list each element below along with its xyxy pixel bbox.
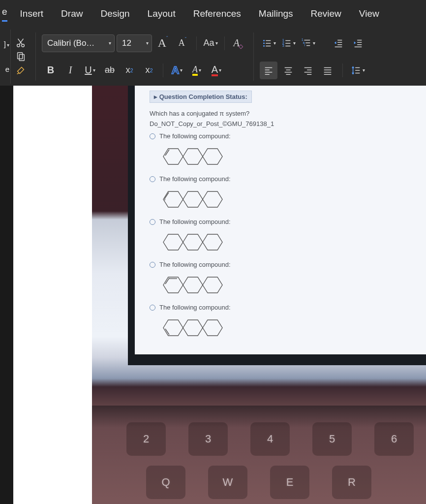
- svg-point-10: [263, 45, 265, 47]
- svg-marker-59: [183, 191, 203, 207]
- paste-group-partial: ]▾ e: [0, 30, 11, 84]
- text-effects-button[interactable]: A▾: [168, 62, 186, 79]
- radio-icon: [150, 262, 155, 268]
- key: 5: [312, 422, 352, 456]
- molecule-2: [150, 184, 417, 216]
- tab-view[interactable]: View: [350, 0, 388, 28]
- option-5: The following compound:: [150, 304, 417, 311]
- key: 3: [188, 422, 228, 456]
- key: W: [208, 466, 247, 499]
- format-painter-icon[interactable]: [14, 63, 28, 77]
- tab-layout[interactable]: Layout: [139, 0, 184, 28]
- numbering-button[interactable]: 123▾: [279, 34, 297, 52]
- svg-marker-54: [183, 149, 203, 164]
- key: E: [270, 466, 309, 499]
- molecule-1: [150, 141, 417, 173]
- bullets-button[interactable]: ▾: [260, 34, 277, 52]
- clear-formatting-button[interactable]: A ◇: [230, 34, 247, 52]
- highlight-color-button[interactable]: A▾: [188, 62, 206, 79]
- option-1: The following compound:: [150, 132, 417, 140]
- key: R: [332, 466, 371, 499]
- question-status-bar: ▸ Question Completion Status:: [150, 91, 252, 103]
- svg-point-1: [22, 44, 25, 47]
- font-size-dropdown[interactable]: 12▾: [117, 34, 152, 52]
- grow-font-button[interactable]: Aˆ: [154, 34, 172, 52]
- svg-marker-72: [203, 320, 222, 336]
- option-2: The following compound:: [150, 175, 417, 183]
- photo-laptop-keyboard: 2 3 4 5 6 Q W E R A S D: [92, 406, 426, 504]
- svg-marker-64: [163, 277, 183, 293]
- svg-marker-55: [203, 149, 222, 164]
- option-3: The following compound:: [150, 218, 417, 225]
- svg-marker-62: [183, 234, 203, 250]
- document-canvas[interactable]: ▸ Question Completion Status: Which has …: [0, 86, 426, 504]
- paste-fragment-top[interactable]: ]▾: [4, 40, 9, 48]
- line-spacing-button[interactable]: ▾: [349, 62, 366, 79]
- question-text: Which has a conjugated π system?: [150, 110, 417, 117]
- font-size-value: 12: [122, 38, 131, 48]
- svg-marker-63: [203, 234, 222, 250]
- svg-rect-5: [19, 54, 24, 61]
- svg-marker-60: [203, 191, 222, 207]
- shrink-font-button[interactable]: Aˇ: [174, 34, 191, 52]
- svg-marker-71: [183, 320, 203, 336]
- tab-references[interactable]: References: [184, 0, 250, 28]
- bold-button[interactable]: B: [42, 62, 60, 79]
- page-margin-whitespace: [13, 86, 92, 504]
- photo-laptop-screen: ▸ Question Completion Status: Which has …: [128, 86, 426, 365]
- svg-point-8: [263, 42, 265, 44]
- justify-button[interactable]: [319, 62, 336, 79]
- svg-marker-56: [163, 191, 183, 207]
- key: 6: [374, 422, 414, 456]
- svg-marker-68: [203, 277, 222, 293]
- ribbon-toolbar: ]▾ e Calibri (Bo…▾ 12▾ A: [0, 28, 426, 86]
- change-case-button[interactable]: Aa▾: [202, 34, 219, 52]
- tab-draw[interactable]: Draw: [52, 0, 91, 28]
- key: 4: [250, 422, 290, 456]
- radio-icon: [150, 219, 155, 225]
- svg-marker-67: [183, 277, 203, 293]
- decrease-indent-button[interactable]: [330, 34, 347, 52]
- tab-review[interactable]: Review: [302, 0, 350, 28]
- svg-marker-61: [163, 234, 183, 250]
- italic-button[interactable]: I: [61, 62, 79, 79]
- align-center-button[interactable]: [279, 62, 297, 79]
- superscript-button[interactable]: x2: [140, 62, 158, 79]
- menu-tabbar: e Insert Draw Design Layout References M…: [0, 0, 426, 28]
- cut-icon[interactable]: [14, 36, 28, 50]
- font-name-value: Calibri (Bo…: [47, 38, 94, 48]
- increase-indent-button[interactable]: [349, 34, 367, 52]
- align-right-button[interactable]: [299, 62, 317, 79]
- align-left-button[interactable]: [260, 62, 277, 79]
- radio-icon: [150, 176, 155, 182]
- strikethrough-button[interactable]: ab: [101, 62, 119, 79]
- option-4: The following compound:: [150, 261, 417, 268]
- molecule-5: [150, 312, 417, 345]
- svg-marker-69: [163, 320, 183, 336]
- key: 2: [126, 422, 166, 456]
- molecule-3: [150, 226, 417, 259]
- font-name-dropdown[interactable]: Calibri (Bo…▾: [42, 34, 115, 52]
- radio-icon: [150, 305, 155, 311]
- molecule-4: [150, 269, 417, 302]
- radio-icon: [150, 133, 155, 139]
- svg-rect-4: [18, 53, 23, 59]
- tab-insert[interactable]: Insert: [11, 0, 53, 28]
- svg-marker-52: [163, 149, 183, 164]
- copy-icon[interactable]: [14, 50, 28, 63]
- svg-text:i: i: [304, 43, 304, 47]
- svg-point-6: [263, 40, 265, 41]
- tab-design[interactable]: Design: [91, 0, 138, 28]
- tab-home-partial[interactable]: e: [2, 0, 11, 28]
- svg-point-0: [17, 44, 20, 47]
- question-meta: Do_NOT_Copy_or_Post_©GMU_769138_1: [150, 120, 417, 127]
- key: Q: [146, 466, 185, 499]
- underline-button[interactable]: U▾: [81, 62, 99, 79]
- tab-mailings[interactable]: Mailings: [250, 0, 302, 28]
- multilevel-list-button[interactable]: 1ai▾: [299, 34, 317, 52]
- eraser-icon: ◇: [239, 43, 243, 50]
- svg-text:3: 3: [282, 43, 284, 48]
- subscript-button[interactable]: x2: [121, 62, 138, 79]
- paste-fragment-bottom: e: [5, 65, 9, 73]
- font-color-button[interactable]: A▾: [208, 62, 225, 79]
